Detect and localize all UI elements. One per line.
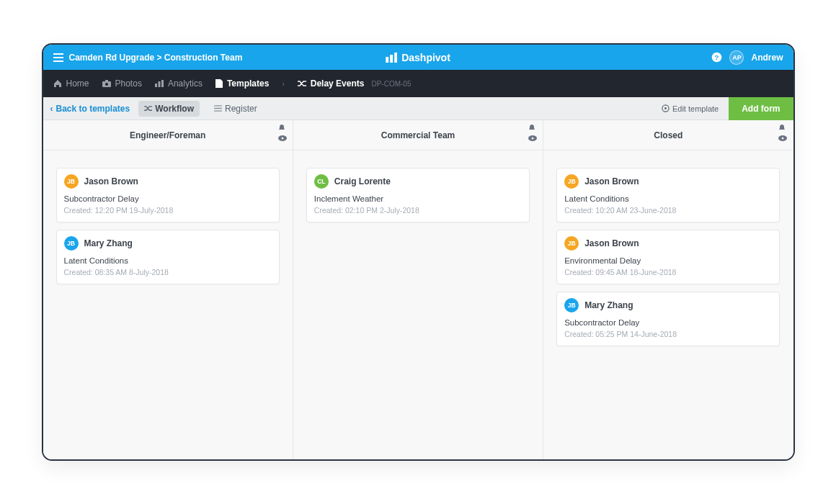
add-form-button[interactable]: Add form [729,97,793,120]
form-card[interactable]: JBJason BrownSubcontractor DelayCreated:… [56,168,280,222]
camera-icon [102,80,111,87]
brand-logo[interactable]: Dashpivot [386,52,450,63]
workflow-column: Commercial TeamCLCraig LorenteInclement … [293,120,543,459]
template-code: DP-COM-05 [371,80,411,88]
nav-photos[interactable]: Photos [102,78,142,89]
column-title: Closed [654,130,682,140]
svg-point-12 [664,107,667,109]
form-card[interactable]: CLCraig LorenteInclement WeatherCreated:… [306,168,530,222]
card-meta: Created: 09:45 AM 18-June-2018 [564,268,772,276]
user-avatar[interactable]: AP [729,50,744,65]
card-author: Mary Zhang [84,238,133,248]
form-card[interactable]: JBMary ZhangSubcontractor DelayCreated: … [556,292,780,346]
eye-icon[interactable] [528,135,537,143]
form-card[interactable]: JBMary ZhangLatent ConditionsCreated: 08… [56,230,280,284]
svg-rect-0 [386,57,388,63]
eye-icon[interactable] [278,135,287,143]
svg-rect-10 [161,80,164,87]
home-icon [53,79,62,88]
column-header: Closed [543,120,793,150]
card-author: Jason Brown [84,176,138,186]
svg-rect-1 [390,55,393,63]
form-card[interactable]: JBJason BrownLatent ConditionsCreated: 1… [556,168,780,222]
card-meta: Created: 08:35 AM 8-July-2018 [64,268,272,276]
svg-rect-6 [105,80,108,82]
card-meta: Created: 05:25 PM 14-June-2018 [564,330,772,338]
brand-name: Dashpivot [401,52,450,63]
card-author: Craig Lorente [334,176,391,186]
svg-point-7 [105,83,108,86]
card-avatar: JB [564,174,579,189]
workflow-board: Engineer/ForemanJBJason BrownSubcontract… [43,120,793,459]
form-card[interactable]: JBJason BrownEnvironmental DelayCreated:… [556,230,780,284]
card-avatar: JB [564,236,579,251]
card-avatar: CL [314,174,329,189]
nav-photos-label: Photos [115,78,142,89]
column-title: Engineer/Foreman [130,130,205,140]
view-register[interactable]: Register [208,101,263,117]
column-header: Engineer/Foreman [43,120,293,150]
svg-rect-9 [158,81,160,87]
add-form-label: Add form [742,104,780,114]
shuffle-icon [144,105,152,112]
nav-analytics-label: Analytics [168,78,203,89]
card-avatar: JB [564,298,579,312]
nav-home-label: Home [66,78,89,89]
card-avatar: JB [64,236,79,251]
card-title: Subcontractor Delay [564,318,772,327]
gear-icon [662,104,670,112]
toolbar: ‹ Back to templates Workflow Register Ed… [43,97,793,120]
card-meta: Created: 02:10 PM 2-July-2018 [314,206,522,215]
bell-icon[interactable] [528,125,537,133]
menu-icon[interactable] [53,53,63,62]
app-window: Camden Rd Upgrade > Construction Team Da… [42,43,795,461]
back-to-templates[interactable]: ‹ Back to templates [50,104,130,114]
svg-rect-2 [394,53,397,63]
card-title: Environmental Delay [564,256,772,265]
card-title: Inclement Weather [314,194,522,203]
card-author: Jason Brown [584,238,639,248]
card-title: Latent Conditions [64,256,272,265]
column-header: Commercial Team [293,120,543,150]
card-meta: Created: 12:20 PM 19-July-2018 [64,206,272,215]
card-title: Subcontractor Delay [64,194,272,203]
column-body: JBJason BrownSubcontractor DelayCreated:… [43,150,293,302]
view-register-label: Register [225,104,257,114]
view-workflow[interactable]: Workflow [138,101,200,117]
svg-point-18 [782,138,784,140]
bell-icon[interactable] [278,125,287,133]
breadcrumb[interactable]: Camden Rd Upgrade > Construction Team [69,53,243,63]
card-meta: Created: 10:20 AM 23-June-2018 [564,206,772,215]
nav-templates[interactable]: Templates [215,78,269,89]
bell-icon[interactable] [778,125,787,133]
user-name[interactable]: Andrew [751,53,783,63]
svg-text:?: ? [715,53,719,61]
workflow-column: Engineer/ForemanJBJason BrownSubcontract… [43,120,293,459]
nav-home[interactable]: Home [53,78,89,89]
card-title: Latent Conditions [564,194,772,203]
list-icon [214,105,222,112]
help-icon[interactable]: ? [711,52,722,63]
nav-templates-label: Templates [227,78,269,89]
nav-analytics[interactable]: Analytics [155,78,203,89]
file-icon [215,79,223,88]
svg-rect-8 [155,84,157,87]
nav-sub-label: Delay Events [311,78,365,89]
card-author: Jason Brown [584,176,639,186]
view-workflow-label: Workflow [155,104,194,114]
svg-point-14 [281,138,283,140]
card-author: Mary Zhang [584,300,633,310]
back-label: Back to templates [56,104,130,114]
column-body: JBJason BrownLatent ConditionsCreated: 1… [543,150,793,364]
chart-icon [155,80,164,87]
chevron-left-icon: ‹ [50,104,53,114]
shuffle-icon [298,80,306,87]
workflow-column: ClosedJBJason BrownLatent ConditionsCrea… [543,120,793,459]
card-avatar: JB [64,174,79,189]
edit-template-button[interactable]: Edit template [652,104,729,113]
svg-point-16 [532,138,534,140]
column-body: CLCraig LorenteInclement WeatherCreated:… [293,150,543,240]
nav-sub-delay-events[interactable]: Delay Events DP-COM-05 [298,78,412,89]
bars-icon [386,53,397,63]
eye-icon[interactable] [778,135,787,143]
